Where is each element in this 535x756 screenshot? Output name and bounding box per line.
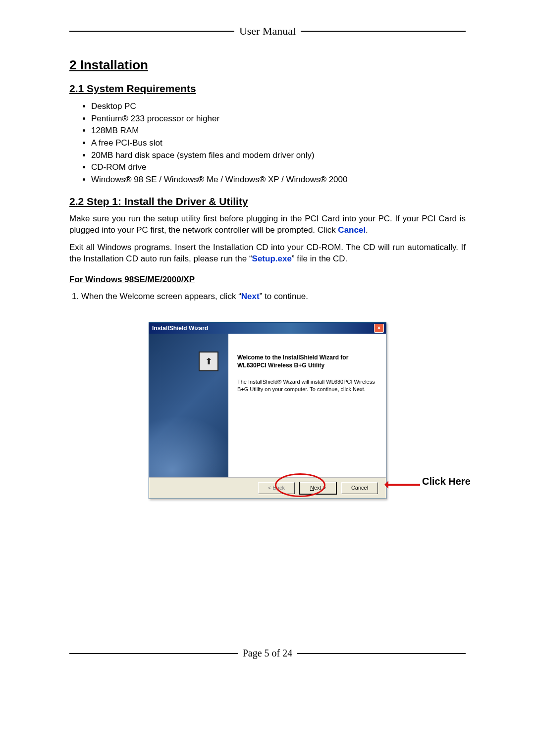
system-requirements-list: Desktop PC Pentium® 233 processor or hig… bbox=[82, 101, 466, 186]
dialog-titlebar: InstallShield Wizard × bbox=[149, 323, 386, 334]
sidebar-swoosh bbox=[149, 391, 228, 477]
footer-page: Page 5 of 24 bbox=[243, 648, 293, 659]
next-keyword: Next bbox=[241, 292, 260, 301]
paragraph-2-text-c: ” file in the CD. bbox=[292, 254, 347, 263]
paragraph-1-text-c: . bbox=[366, 225, 368, 235]
header: User Manual bbox=[69, 25, 466, 38]
dialog-sidebar: ⬆ bbox=[149, 334, 228, 477]
dialog-content: Welcome to the InstallShield Wizard for … bbox=[228, 334, 386, 477]
close-button[interactable]: × bbox=[374, 324, 384, 333]
close-icon: × bbox=[377, 325, 380, 331]
callout-arrow bbox=[386, 484, 420, 486]
subsection-2-1-title: 2.1 System Requirements bbox=[69, 83, 466, 95]
paragraph-1-text-a: Make sure you run the setup utility firs… bbox=[69, 214, 466, 235]
footer-rule-right bbox=[297, 653, 466, 654]
dialog-welcome-text: Welcome to the InstallShield Wizard for … bbox=[237, 353, 376, 369]
list-item: 128MB RAM bbox=[91, 125, 466, 137]
dialog-footer: < Back Next > Cancel bbox=[149, 477, 386, 499]
dialog-body: ⬆ Welcome to the InstallShield Wizard fo… bbox=[149, 334, 386, 477]
dialog-title-text: InstallShield Wizard bbox=[152, 325, 208, 332]
header-rule-left bbox=[69, 31, 234, 32]
platform-heading: For Windows 98SE/ME/2000/XP bbox=[69, 275, 466, 285]
list-item: 20MB hard disk space (system files and m… bbox=[91, 150, 466, 162]
callout-text: Click Here bbox=[422, 476, 471, 487]
installshield-dialog: InstallShield Wizard × ⬆ Welcome to the … bbox=[149, 322, 386, 499]
paragraph-1: Make sure you run the setup utility firs… bbox=[69, 213, 466, 236]
subsection-2-2-title: 2.2 Step 1: Install the Driver & Utility bbox=[69, 196, 466, 207]
header-rule-right bbox=[301, 31, 466, 32]
list-item: Pentium® 233 processor or higher bbox=[91, 113, 466, 125]
step-1: When the Welcome screen appears, click “… bbox=[81, 291, 466, 302]
footer: Page 5 of 24 bbox=[69, 648, 466, 659]
list-item: Desktop PC bbox=[91, 101, 466, 113]
back-button[interactable]: < Back bbox=[258, 482, 295, 494]
installer-icon: ⬆ bbox=[199, 352, 218, 371]
next-rest: ext > bbox=[314, 485, 326, 491]
next-underline: N bbox=[310, 485, 314, 491]
list-item: A free PCI-Bus slot bbox=[91, 137, 466, 150]
cancel-keyword: Cancel bbox=[338, 225, 366, 235]
list-item: CD-ROM drive bbox=[91, 161, 466, 174]
next-button[interactable]: Next > bbox=[300, 482, 336, 494]
header-title: User Manual bbox=[239, 25, 296, 38]
footer-rule-left bbox=[69, 653, 238, 654]
screenshot-wrapper: InstallShield Wizard × ⬆ Welcome to the … bbox=[69, 322, 466, 499]
cancel-button[interactable]: Cancel bbox=[341, 482, 378, 494]
list-item: Windows® 98 SE / Windows® Me / Windows® … bbox=[91, 174, 466, 186]
step-1-text-c: ” to continue. bbox=[260, 292, 308, 301]
section-title: 2 Installation bbox=[69, 57, 466, 73]
setup-exe-keyword: Setup.exe bbox=[252, 254, 292, 263]
paragraph-2: Exit all Windows programs. Insert the In… bbox=[69, 242, 466, 265]
step-list: When the Welcome screen appears, click “… bbox=[69, 291, 466, 302]
step-1-text-a: When the Welcome screen appears, click “ bbox=[81, 292, 241, 301]
dialog-description: The InstallShield® Wizard will install W… bbox=[237, 378, 376, 393]
